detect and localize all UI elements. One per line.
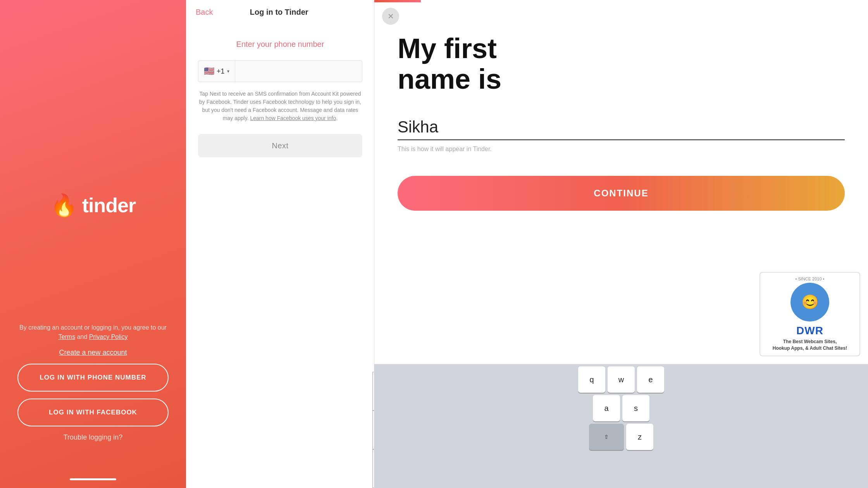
tinder-logo: 🔥 tinder [50,192,136,218]
privacy-link[interactable]: Privacy Policy [89,333,128,340]
create-account-link[interactable]: Create a new account [59,349,127,357]
name-input[interactable] [398,118,845,136]
dropdown-arrow-icon: ▾ [227,69,229,74]
dwr-badge: • SINCE 2010 • 😊 DWR The Best Webcam Sit… [760,272,860,356]
left-bottom-section: By creating an account or logging in, yo… [0,323,186,442]
dwr-since: • SINCE 2010 • [796,277,825,281]
name-hint: This is how it will appear in Tinder. [398,146,845,153]
kb-key-s[interactable]: s [622,395,649,421]
dwr-avatar: 😊 [790,283,829,321]
kb-row-3: ⇧ z [374,421,868,450]
heading: My first name is [398,33,845,95]
tinder-wordmark: tinder [82,194,136,217]
dwr-logo: DWR [796,325,823,337]
kb-shift-key[interactable]: ⇧ [589,424,624,450]
facebook-info-link[interactable]: Learn how Facebook uses your info [250,115,336,121]
kb-row-2: a s [374,393,868,421]
kb-row-1: q w e [374,364,868,393]
country-selector[interactable]: 🇺🇸 +1 ▾ [198,61,235,82]
login-facebook-button[interactable]: LOG IN WITH FACEBOOK [17,399,169,426]
enter-phone-label: Enter your phone number [236,40,324,49]
middle-body: Enter your phone number 🇺🇸 +1 ▾ Tap Next… [186,24,374,488]
flame-icon: 🔥 [50,192,78,218]
country-code: +1 [217,67,225,76]
kb-key-a[interactable]: a [593,395,620,421]
keyboard-overlay: q w e a s ⇧ z [374,364,868,488]
phone-input-row: 🇺🇸 +1 ▾ [198,60,362,82]
terms-text: By creating an account or logging in, yo… [12,323,174,342]
middle-header: Back Log in to Tinder [186,0,374,24]
continue-button[interactable]: CONTINUE [398,176,845,211]
left-panel: 🔥 tinder By creating an account or loggi… [0,0,186,488]
close-icon: ✕ [388,12,394,21]
next-button[interactable]: Next [198,134,362,157]
sms-notice: Tap Next to receive an SMS confirmation … [198,90,362,122]
terms-link[interactable]: Terms [59,333,76,340]
dwr-tagline: The Best Webcam Sites,Hookup Apps, & Adu… [773,339,847,352]
country-flag: 🇺🇸 [204,66,214,76]
login-phone-button[interactable]: LOG IN WITH PHONE NUMBER [17,364,169,392]
kb-key-w[interactable]: w [608,366,635,393]
right-body: My first name is This is how it will app… [374,2,868,226]
back-button[interactable]: Back [196,8,213,17]
kb-key-e[interactable]: e [637,366,664,393]
middle-header-title: Log in to Tinder [250,8,308,17]
right-panel: ✕ My first name is This is how it will a… [374,0,868,488]
kb-key-q[interactable]: q [578,366,605,393]
home-indicator [70,478,116,480]
middle-panel: Back Log in to Tinder Enter your phone n… [186,0,374,488]
close-button[interactable]: ✕ [382,8,399,25]
kb-key-z[interactable]: z [626,424,653,450]
phone-number-input[interactable] [235,67,362,76]
name-input-wrapper [398,118,845,140]
trouble-link[interactable]: Trouble logging in? [64,433,122,442]
